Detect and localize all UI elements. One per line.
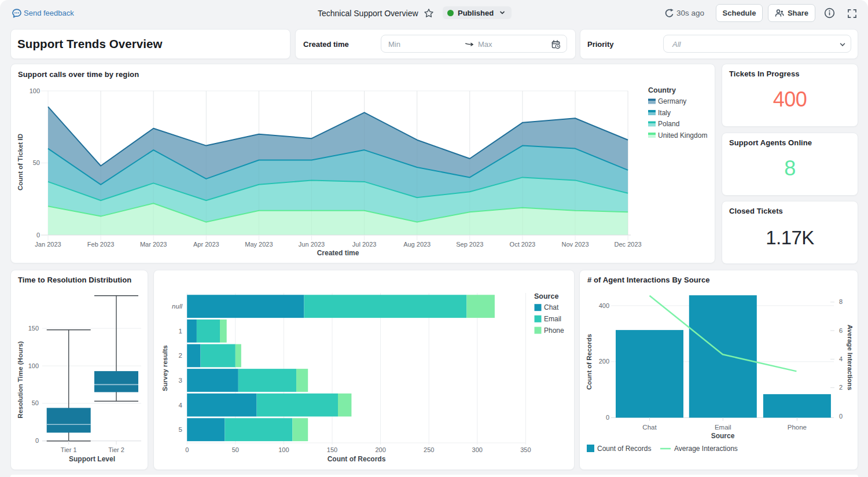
svg-text:150: 150 (28, 325, 39, 332)
svg-text:Chat: Chat (642, 424, 657, 431)
svg-text:Mar 2023: Mar 2023 (140, 241, 167, 248)
svg-text:0: 0 (606, 414, 609, 421)
svg-text:6: 6 (839, 327, 843, 334)
svg-text:200: 200 (375, 446, 385, 453)
svg-text:Email: Email (715, 424, 731, 431)
svg-text:300: 300 (472, 446, 483, 453)
svg-text:Support Level: Support Level (69, 455, 115, 463)
svg-text:Source: Source (711, 432, 735, 440)
svg-text:Aug 2023: Aug 2023 (403, 241, 431, 248)
svg-text:0: 0 (36, 232, 40, 238)
svg-text:Jun 2023: Jun 2023 (299, 241, 325, 248)
svg-text:50: 50 (32, 399, 39, 406)
svg-text:5: 5 (179, 426, 182, 433)
svg-text:May 2023: May 2023 (245, 241, 273, 248)
svg-text:Tier 2: Tier 2 (108, 446, 124, 453)
svg-text:100: 100 (278, 446, 289, 453)
svg-text:Average Interactions: Average Interactions (674, 445, 738, 453)
svg-text:Dec 2023: Dec 2023 (615, 241, 642, 248)
svg-text:2: 2 (839, 384, 843, 391)
svg-text:Count of Records: Count of Records (328, 455, 386, 463)
svg-text:Oct 2023: Oct 2023 (510, 241, 536, 248)
svg-text:Count of Records: Count of Records (597, 445, 651, 453)
svg-text:null: null (172, 303, 182, 310)
svg-text:4: 4 (179, 402, 183, 409)
svg-text:Germany: Germany (658, 97, 686, 105)
svg-text:Tier 1: Tier 1 (61, 446, 77, 453)
svg-text:Feb 2023: Feb 2023 (87, 241, 114, 248)
svg-text:Poland: Poland (658, 120, 679, 128)
svg-text:200: 200 (599, 358, 609, 365)
svg-text:3: 3 (179, 377, 182, 384)
svg-text:Jul 2023: Jul 2023 (352, 241, 377, 248)
svg-text:Nov 2023: Nov 2023 (561, 241, 589, 248)
svg-text:Phone: Phone (544, 326, 564, 335)
svg-text:Source: Source (534, 292, 558, 300)
svg-text:Italy: Italy (658, 109, 671, 117)
svg-text:250: 250 (424, 446, 434, 453)
svg-text:Count of Ticket ID: Count of Ticket ID (17, 134, 24, 190)
svg-text:8: 8 (839, 298, 843, 305)
svg-text:Phone: Phone (788, 424, 807, 431)
svg-text:Survey results: Survey results (161, 345, 168, 391)
svg-text:50: 50 (33, 159, 40, 166)
svg-text:United Kingdom: United Kingdom (658, 131, 707, 140)
svg-text:Count of Records: Count of Records (586, 334, 593, 390)
svg-text:100: 100 (30, 87, 40, 94)
svg-text:Chat: Chat (544, 303, 559, 311)
svg-text:350: 350 (520, 446, 531, 453)
svg-text:Country: Country (648, 86, 676, 94)
svg-text:0: 0 (839, 413, 843, 420)
svg-text:0: 0 (35, 437, 39, 444)
svg-text:150: 150 (327, 446, 337, 453)
svg-text:Average Interactions: Average Interactions (847, 325, 854, 390)
svg-text:Sep 2023: Sep 2023 (456, 241, 483, 248)
svg-text:Resolution Time (Hours): Resolution Time (Hours) (17, 341, 24, 418)
svg-text:Email: Email (544, 315, 561, 323)
svg-text:Apr 2023: Apr 2023 (193, 241, 219, 248)
svg-text:50: 50 (232, 446, 239, 453)
svg-text:0: 0 (185, 446, 189, 453)
svg-text:1: 1 (179, 328, 182, 335)
svg-text:Jan 2023: Jan 2023 (35, 241, 61, 248)
svg-text:4: 4 (839, 355, 843, 362)
svg-text:2: 2 (179, 352, 182, 359)
svg-text:100: 100 (28, 362, 39, 369)
svg-text:Created time: Created time (317, 249, 359, 257)
svg-text:400: 400 (599, 302, 609, 309)
